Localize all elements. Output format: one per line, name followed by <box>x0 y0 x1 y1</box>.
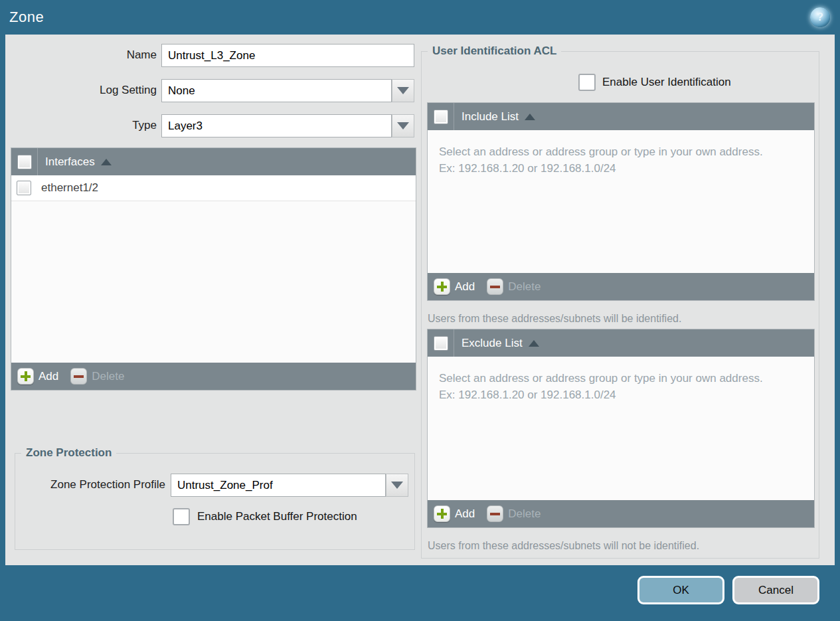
interfaces-select-all-checkbox[interactable] <box>17 155 32 169</box>
add-label: Add <box>455 280 475 294</box>
exclude-list-column-header[interactable]: Exclude List <box>462 337 523 350</box>
packet-buffer-row: Enable Packet Buffer Protection <box>173 508 357 525</box>
interfaces-table: Interfaces ethernet1/2 Add Delete <box>11 147 416 391</box>
include-list-body[interactable]: Select an address or address group or ty… <box>428 130 814 273</box>
dialog-titlebar: Zone ? <box>0 0 840 35</box>
add-icon <box>434 278 450 295</box>
add-icon <box>434 505 450 522</box>
ok-button[interactable]: OK <box>637 576 724 604</box>
enable-user-identification-row: Enable User Identification <box>578 74 731 91</box>
add-label: Add <box>455 507 475 521</box>
include-select-all-cell <box>428 103 454 130</box>
user-identification-acl-section: User Identification ACL Enable User Iden… <box>421 51 819 559</box>
help-question-glyph: ? <box>817 11 823 23</box>
exclude-list-header: Exclude List <box>428 329 814 357</box>
zone-protection-legend: Zone Protection <box>21 446 116 460</box>
delete-icon <box>487 505 503 522</box>
delete-label: Delete <box>508 507 541 521</box>
zone-protection-profile-input[interactable] <box>171 474 386 497</box>
enable-packet-buffer-protection-label: Enable Packet Buffer Protection <box>197 510 357 523</box>
delete-button[interactable]: Delete <box>70 368 124 385</box>
name-input[interactable] <box>161 44 414 67</box>
exclude-list-table: Exclude List Select an address or addres… <box>427 329 815 528</box>
chevron-down-icon <box>397 87 409 94</box>
chevron-down-icon <box>397 122 409 130</box>
page-title: Zone <box>9 9 44 26</box>
user-identification-acl-legend: User Identification ACL <box>428 44 561 58</box>
zone-protection-profile-dropdown-button[interactable] <box>386 474 408 497</box>
add-icon <box>17 368 34 385</box>
chevron-down-icon <box>391 482 403 489</box>
enable-packet-buffer-protection-checkbox[interactable] <box>173 508 190 525</box>
zone-protection-profile-label: Zone Protection Profile <box>15 478 165 491</box>
row-checkbox[interactable] <box>17 181 31 195</box>
zone-dialog-window: Zone ? Name Log Setting Type <box>0 0 840 621</box>
include-list-toolbar: Add Delete <box>428 273 814 300</box>
include-list-placeholder: Select an address or address group or ty… <box>428 130 814 177</box>
add-button[interactable]: Add <box>17 368 58 385</box>
type-input[interactable] <box>161 114 392 137</box>
include-list-table: Include List Select an address or addres… <box>427 102 815 301</box>
interfaces-table-header: Interfaces <box>11 148 416 175</box>
log-setting-input[interactable] <box>161 79 392 102</box>
exclude-list-placeholder: Select an address or address group or ty… <box>428 357 814 403</box>
sort-ascending-icon <box>525 114 535 120</box>
delete-icon <box>487 278 503 295</box>
interfaces-table-toolbar: Add Delete <box>11 363 416 390</box>
enable-user-identification-label: Enable User Identification <box>602 76 731 89</box>
include-list-header: Include List <box>428 103 814 130</box>
add-label: Add <box>39 370 58 383</box>
help-icon[interactable]: ? <box>810 7 830 27</box>
zone-protection-profile-row: Zone Protection Profile <box>15 474 414 497</box>
add-button[interactable]: Add <box>434 505 475 522</box>
type-label: Type <box>5 119 157 132</box>
exclude-list-caption: Users from these addresses/subnets will … <box>428 540 699 552</box>
exclude-select-all-checkbox[interactable] <box>434 336 448 351</box>
zone-protection-section: Zone Protection Zone Protection Profile … <box>15 453 415 550</box>
exclude-list-body[interactable]: Select an address or address group or ty… <box>428 357 814 500</box>
add-button[interactable]: Add <box>434 278 475 295</box>
exclude-list-toolbar: Add Delete <box>428 500 814 527</box>
name-label: Name <box>5 48 157 62</box>
type-dropdown-button[interactable] <box>392 114 414 137</box>
cancel-button[interactable]: Cancel <box>732 576 819 604</box>
delete-button[interactable]: Delete <box>487 278 541 295</box>
interfaces-select-all-cell <box>11 148 38 175</box>
delete-button[interactable]: Delete <box>487 505 541 522</box>
enable-user-identification-checkbox[interactable] <box>578 74 596 91</box>
include-list-column-header[interactable]: Include List <box>462 110 519 124</box>
dialog-body: Name Log Setting Type Interfa <box>5 35 835 565</box>
log-setting-label: Log Setting <box>5 84 157 97</box>
sort-ascending-icon <box>101 159 112 165</box>
interface-name: ethernet1/2 <box>41 181 98 195</box>
interfaces-column-header[interactable]: Interfaces <box>45 155 95 169</box>
table-row[interactable]: ethernet1/2 <box>11 175 416 201</box>
log-setting-dropdown-button[interactable] <box>392 79 414 102</box>
delete-label: Delete <box>92 370 124 383</box>
delete-icon <box>70 368 87 385</box>
include-select-all-checkbox[interactable] <box>434 110 448 124</box>
delete-label: Delete <box>508 280 541 294</box>
include-list-caption: Users from these addresses/subnets will … <box>428 313 681 325</box>
exclude-select-all-cell <box>428 329 454 357</box>
interfaces-table-body: ethernet1/2 <box>11 175 416 363</box>
sort-ascending-icon <box>529 340 539 347</box>
